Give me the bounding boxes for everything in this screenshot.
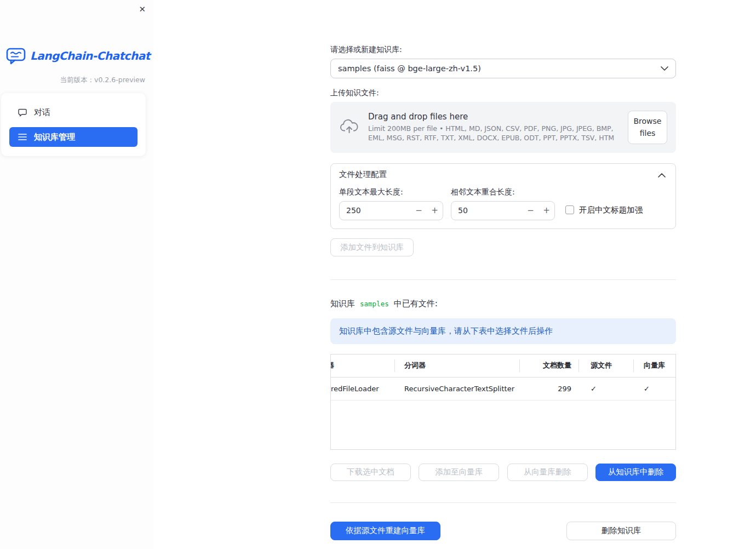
kb-name-code: samples xyxy=(359,299,390,308)
sidebar-item-label: 知识库管理 xyxy=(34,132,75,142)
files-table[interactable]: 器 分词器 文档数量 源文件 向量库 redFileLoader Recursi… xyxy=(330,354,676,450)
overlap-label: 相邻文本重合长度: xyxy=(451,187,555,197)
col-splitter[interactable]: 分词器 xyxy=(394,354,519,377)
add-to-vector-button[interactable]: 添加至向量库 xyxy=(419,464,499,481)
cell-doc-count: 299 xyxy=(519,378,579,400)
minus-stepper[interactable]: − xyxy=(523,205,539,215)
delete-kb-button[interactable]: 删除知识库 xyxy=(566,522,676,540)
sidebar-item-knowledge-base[interactable]: 知识库管理 xyxy=(9,127,138,147)
info-banner: 知识库中包含源文件与向量库，请从下表中选择文件后操作 xyxy=(330,318,676,344)
chevron-up-icon xyxy=(658,170,666,179)
file-actions-row: 下载选中文档 添加至向量库 从向量库删除 从知识库中删除 xyxy=(330,464,676,481)
divider xyxy=(330,502,676,503)
kb-select[interactable]: samples (faiss @ bge-large-zh-v1.5) xyxy=(330,59,676,78)
sidebar-close-icon[interactable]: ✕ xyxy=(139,4,146,14)
dropzone-title: Drag and drop files here xyxy=(368,112,619,122)
checkbox-icon xyxy=(565,205,574,214)
kb-select-label: 请选择或新建知识库: xyxy=(330,45,676,55)
cell-vector-check: ✓ xyxy=(633,378,675,400)
plus-stepper[interactable]: + xyxy=(539,205,554,215)
delete-from-kb-button[interactable]: 从知识库中删除 xyxy=(595,464,676,481)
rebuild-vector-store-button[interactable]: 依据源文件重建向量库 xyxy=(330,522,440,540)
chat-bubble-icon xyxy=(18,108,27,117)
kb-actions-row: 依据源文件重建向量库 删除知识库 xyxy=(330,522,676,540)
expander-title: 文件处理配置 xyxy=(339,169,387,180)
col-vector-store[interactable]: 向量库 xyxy=(633,354,675,377)
plus-stepper[interactable]: + xyxy=(427,205,443,215)
col-doc-count[interactable]: 文档数量 xyxy=(519,354,579,377)
sidebar-menu: 对话 知识库管理 xyxy=(1,93,146,156)
divider xyxy=(330,279,676,280)
expander-header[interactable]: 文件处理配置 xyxy=(331,164,675,186)
file-config-expander: 文件处理配置 单段文本最大长度: 250 − + 相邻文本重合长度: xyxy=(330,163,676,229)
main-area: 请选择或新建知识库: samples (faiss @ bge-large-zh… xyxy=(153,0,756,549)
download-selected-button[interactable]: 下载选中文档 xyxy=(330,464,411,481)
cell-source-check: ✓ xyxy=(579,378,633,400)
minus-stepper[interactable]: − xyxy=(411,205,427,215)
col-loader[interactable]: 器 xyxy=(331,354,394,377)
existing-prefix: 知识库 xyxy=(330,299,355,309)
overlap-input[interactable]: 50 − + xyxy=(451,201,555,220)
chevron-down-icon xyxy=(661,66,668,71)
max-length-label: 单段文本最大长度: xyxy=(339,187,443,197)
checkbox-label: 开启中文标题加强 xyxy=(579,205,643,215)
file-uploader-dropzone[interactable]: Drag and drop files here Limit 200MB per… xyxy=(330,102,676,153)
cell-loader: redFileLoader xyxy=(331,378,394,400)
sidebar-item-dialogue[interactable]: 对话 xyxy=(9,102,138,122)
table-row[interactable]: redFileLoader RecursiveCharacterTextSpli… xyxy=(331,378,675,401)
cloud-upload-icon xyxy=(339,119,359,136)
kb-select-value: samples (faiss @ bge-large-zh-v1.5) xyxy=(338,64,481,73)
sidebar-item-label: 对话 xyxy=(34,107,50,118)
table-header-row: 器 分词器 文档数量 源文件 向量库 xyxy=(331,354,675,378)
table-empty-area xyxy=(331,401,675,449)
max-length-value: 250 xyxy=(340,206,411,215)
uploader-label: 上传知识文件: xyxy=(330,88,676,98)
app-title: LangChain-Chatchat xyxy=(30,49,150,62)
logo-chat-icon xyxy=(6,47,26,65)
zh-title-enhance-checkbox[interactable]: 开启中文标题加强 xyxy=(565,205,643,215)
remove-from-vector-button[interactable]: 从向量库删除 xyxy=(507,464,588,481)
existing-suffix: 中已有文件: xyxy=(394,299,438,309)
sidebar: ✕ LangChain-Chatchat 当前版本：v0.2.6-preview… xyxy=(0,0,153,549)
max-length-input[interactable]: 250 − + xyxy=(339,201,443,220)
add-files-button[interactable]: 添加文件到知识库 xyxy=(330,238,414,256)
existing-files-heading: 知识库 samples 中已有文件: xyxy=(330,299,676,309)
app-logo: LangChain-Chatchat xyxy=(6,47,150,65)
version-label: 当前版本：v0.2.6-preview xyxy=(60,76,146,85)
browse-files-button[interactable]: Browse files xyxy=(628,111,667,144)
overlap-value: 50 xyxy=(451,206,523,215)
col-source-file[interactable]: 源文件 xyxy=(579,354,633,377)
list-icon xyxy=(18,133,27,141)
cell-splitter: RecursiveCharacterTextSplitter xyxy=(394,378,519,400)
dropzone-limit-text: Limit 200MB per file • HTML, MD, JSON, C… xyxy=(368,124,619,142)
